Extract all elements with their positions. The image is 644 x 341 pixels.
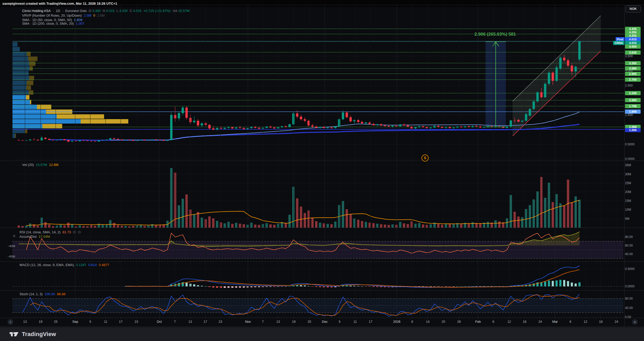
accum-dist-axis-label: −40M [3, 245, 15, 248]
price-axis-label: 1.608 [625, 110, 641, 114]
price-axis-label: 0.0000 [625, 157, 641, 161]
time-axis-label: 26 [457, 320, 461, 324]
chart-canvas[interactable] [0, 0, 644, 341]
time-axis-label: 18 [599, 320, 603, 324]
accum-dist-legend[interactable]: Accum/Dist 17.04M [20, 235, 51, 239]
time-axis-label: 12 [584, 320, 587, 324]
vrvp-label[interactable]: VRVP (Number Of Rows, 20, Up/Down) [22, 14, 82, 17]
time-axis-label: 23 [135, 320, 138, 324]
price-range-measurement[interactable]: 2.906 (265.03%) 581 [475, 32, 516, 37]
stoch-axis-label: 0.00 [625, 315, 641, 319]
price-axis-label: 3.080 [625, 66, 641, 70]
sma200-label[interactable]: SMA · 1D (200, close, 0, SMA, 20) [22, 22, 74, 25]
sma50-legend[interactable]: SMA · 1D (50, close, 0, SMA, 50) 1.609 [22, 18, 84, 22]
stoch-d-value: 86.88 [57, 292, 66, 296]
accum-dist-label[interactable]: Accum/Dist [20, 235, 37, 239]
time-axis-label: 17 [369, 320, 372, 324]
vrvp-up-value: 2.5M [84, 14, 91, 17]
time-axis-label: 24 [615, 320, 618, 324]
volume-axis-label: 20M [625, 190, 641, 194]
price-axis-label: 1.500 [625, 113, 641, 117]
stoch-pane[interactable] [12, 294, 624, 317]
volume-axis-label: 30M [625, 172, 641, 176]
time-axis-label: 23 [219, 320, 222, 324]
sma200-value: 1.007 [76, 22, 84, 25]
time-axis-label: 5 [339, 320, 341, 324]
time-axis-label: Feb [475, 320, 481, 324]
macd-pane[interactable] [12, 266, 624, 288]
price-axis-label: 0.5000 [625, 143, 641, 146]
rsi-axis-label: 40.00 [625, 252, 641, 256]
vrvp-legend[interactable]: VRVP (Number Of Rows, 20, Up/Down) 2.5M … [22, 14, 106, 17]
price-axis-label: 1.798 [625, 104, 641, 108]
rsi-value: 81.73 [62, 230, 71, 234]
sma200-legend[interactable]: SMA · 1D (200, close, 0, SMA, 20) 1.007 [22, 22, 85, 25]
accum-dist-value: 17.04M [39, 235, 50, 239]
price-axis-label: 2.000 [625, 98, 641, 102]
stoch-label[interactable]: Stoch (14, 1, 3) [20, 292, 43, 296]
time-axis-label: 6 [570, 320, 571, 324]
macd-signal-value: 0.4877 [99, 263, 109, 267]
tradingview-wordmark[interactable]: TradingView [22, 331, 56, 338]
ohlc-open: 3.385 [92, 9, 101, 13]
volume-label[interactable]: Vol (20) [22, 163, 34, 167]
time-axis-label: 5 [90, 320, 91, 324]
stoch-legend[interactable]: Stoch (14, 1, 3) 100.00 86.88 [20, 292, 66, 296]
time-axis-label: 11 [354, 320, 357, 324]
price-axis-label: 2.700 [625, 78, 641, 82]
symbol-legend[interactable]: Circio Holding ASA · 1D · Euronext Oslo … [22, 9, 190, 13]
price-axis-label: 3.635 [625, 50, 641, 55]
price-axis-label: 2.905 [625, 72, 641, 76]
time-axis-label: 7 [174, 320, 176, 324]
currency-button[interactable]: NOK [626, 5, 641, 12]
stoch-axis-label: 80.00 [625, 297, 641, 300]
time-axis-label: 13 [276, 320, 280, 324]
stoch-k-value: 100.00 [45, 292, 55, 296]
volume-axis-label: 5M [625, 217, 641, 221]
ohlc-high: 4.015 [106, 9, 115, 13]
accum-dist-axis-label: 0 [3, 234, 15, 237]
auto-scale-button[interactable]: A [632, 319, 638, 325]
rsi-label[interactable]: RSI (14, close, SMA, 14, 2) [20, 230, 61, 234]
volume-pane[interactable] [12, 165, 624, 228]
volume-value: 15.57M [178, 9, 189, 13]
symbol-title[interactable]: Circio Holding ASA [22, 9, 51, 13]
time-axis-label: 8 [411, 320, 413, 324]
time-axis-label: 17 [203, 320, 207, 324]
volume-legend[interactable]: Vol (20) 15.57M 12.6M [22, 163, 60, 167]
price-axis-label: 1.006 [625, 128, 641, 132]
time-axis-label: 18 [523, 320, 526, 324]
volume-axis-label: 15M [625, 199, 641, 203]
price-tag-crna[interactable]: CRNA [613, 41, 624, 45]
stoch-axis-label: 40.00 [625, 306, 641, 310]
macd-hist-value: 0.1267 [76, 263, 86, 267]
time-axis-label: 13 [188, 320, 192, 324]
price-axis-label: 3.500 [625, 54, 641, 58]
macd-label[interactable]: MACD (12, 26, close, 9, EMA, EMA) [20, 263, 74, 267]
main-pane[interactable] [12, 16, 624, 159]
macd-legend[interactable]: MACD (12, 26, close, 9, EMA, EMA) 0.1267… [20, 263, 110, 267]
accum-dist-axis-label: −80M [3, 255, 15, 258]
timeframe[interactable]: 1D [56, 9, 60, 13]
rsi-legend[interactable]: RSI (14, close, SMA, 14, 2) 81.73 ∅ ∅ [20, 230, 82, 234]
sma50-value: 1.609 [74, 18, 82, 22]
time-axis-label: 7 [262, 320, 264, 324]
volume-current: 15.57M [36, 163, 47, 167]
sma50-label[interactable]: SMA · 1D (50, close, 0, SMA, 50) [22, 18, 72, 22]
time-scale-strip[interactable] [0, 318, 624, 327]
time-axis-label: 11 [104, 320, 107, 324]
volume-axis-label: 35M [625, 163, 641, 167]
timezone-button[interactable]: Z [8, 319, 13, 325]
price-axis-label: 2.240 [625, 91, 641, 95]
rsi-pane[interactable] [12, 232, 624, 258]
time-axis-label: Mar [552, 320, 558, 324]
tradingview-logo-icon[interactable] [9, 331, 19, 337]
s-sticker-icon[interactable]: S [422, 155, 429, 162]
vrvp-down-value: 2.5M [97, 14, 105, 17]
time-axis-label: 25 [54, 320, 58, 324]
time-axis-label: 19 [292, 320, 296, 324]
volume-axis-label: 25M [625, 181, 641, 185]
rsi-axis-label: 80.00 [625, 235, 641, 239]
time-axis-label: 17 [119, 320, 123, 324]
rsi-axis-label: 60.00 [625, 244, 641, 247]
